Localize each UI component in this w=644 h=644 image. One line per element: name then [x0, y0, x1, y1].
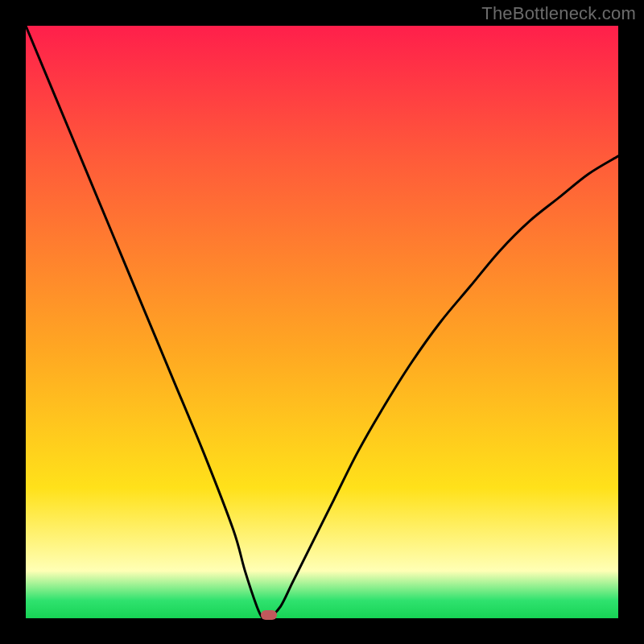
plot-area: [26, 26, 618, 618]
watermark-text: TheBottleneck.com: [481, 3, 636, 24]
bottleneck-curve: [26, 26, 618, 620]
optimum-marker: [261, 610, 277, 620]
curve-svg: [26, 26, 618, 618]
chart-frame: TheBottleneck.com: [0, 0, 644, 644]
